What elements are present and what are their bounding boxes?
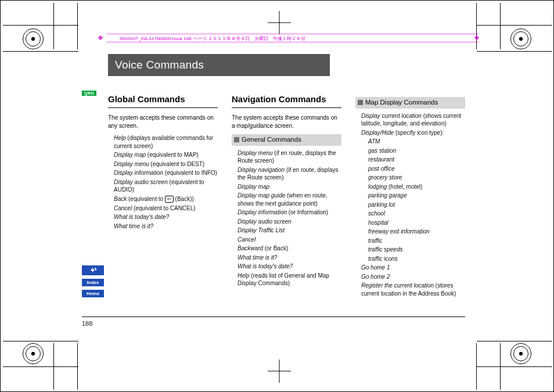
list-item: Display map (equivalent to MAP) <box>114 151 218 159</box>
crop-vline-br2 <box>500 343 501 390</box>
list-item: post office <box>368 165 465 173</box>
back-icon: ↤ <box>165 196 174 203</box>
crop-cross-bot <box>268 359 291 383</box>
list-item: Display menu (if en route, displays the … <box>238 149 341 165</box>
list-item: What time is it? <box>238 254 341 262</box>
crop-vline-tr2 <box>500 3 501 49</box>
heading-global: Global Commands <box>108 93 218 105</box>
list-item: Display audio screen (equivalent to AUDI… <box>114 178 218 194</box>
page-title-text: Voice Commands <box>115 59 204 71</box>
crop-vline-bl2 <box>77 343 78 390</box>
list-item: Display/Hide (specify icon type): <box>361 129 465 137</box>
list-item: Back (equivalent to ↤ (Back)) <box>114 195 218 203</box>
crop-ring-tr <box>510 28 531 49</box>
list-item: What time is it? <box>114 222 218 231</box>
list-item: grocery store <box>368 174 465 182</box>
list-item: Display Traffic List <box>238 226 341 235</box>
crop-hline-b2 <box>3 366 78 367</box>
heading-navigation-rule <box>232 107 341 108</box>
crop-vline-bl1 <box>53 343 54 390</box>
tab-home[interactable]: Home <box>82 290 104 297</box>
page-title: Voice Commands <box>108 54 330 76</box>
crop-ring-br <box>510 343 531 364</box>
list-item: Cancel <box>238 236 341 244</box>
crop-vline-tl2 <box>77 3 78 49</box>
subhead-mapdisplay: Map Display Commands <box>355 97 465 109</box>
list-item: Display navigation (if en route, display… <box>238 166 341 182</box>
mapdisplay-tail-list: Go home 1 Go home 2 Register the current… <box>355 264 465 297</box>
footer: 188 <box>82 320 92 327</box>
list-item: Cancel (equivalent to CANCEL) <box>114 204 218 213</box>
running-head-rule-top <box>107 34 479 34</box>
mapdisplay-list: Display current location (shows current … <box>355 112 465 137</box>
list-item: freeway exit information <box>368 228 465 236</box>
list-item: traffic speeds <box>368 246 465 254</box>
list-item: Display information (equivalent to INFO) <box>114 169 218 177</box>
icon-type-list: ATM gas station restaurant post office g… <box>355 138 465 262</box>
square-bullet-icon <box>234 137 239 142</box>
list-item: traffic <box>368 237 465 245</box>
general-list: Display menu (if en route, displays the … <box>232 149 341 287</box>
tab-index[interactable]: Index <box>82 279 104 286</box>
list-item: traffic icons <box>368 255 465 263</box>
crop-hline-b1 <box>3 341 78 341</box>
running-head-text: INSIGHT_KA-31TM8820.book 188 ページ ２０１１年８月… <box>120 36 305 41</box>
list-item: Display information (or Information) <box>238 208 341 217</box>
navigation-intro: The system accepts these commands on a m… <box>232 114 341 130</box>
global-list: Help (displays available commands for cu… <box>108 134 218 230</box>
list-item: restaurant <box>368 156 465 164</box>
list-item: ATM <box>368 138 465 146</box>
heading-global-rule <box>108 107 218 108</box>
crop-ring-bl <box>23 343 44 364</box>
list-item: Backward (or Back) <box>238 244 341 253</box>
crop-cross-top <box>268 11 291 34</box>
crop-vline-tr1 <box>476 3 477 49</box>
list-item: Go home 2 <box>361 273 465 281</box>
crop-hline-tr2 <box>477 51 552 52</box>
tab-voice-icon[interactable]: ✦ᔉ <box>82 265 104 275</box>
column-global: Global Commands The system accepts these… <box>108 93 218 299</box>
list-item: What is today's date? <box>114 213 218 221</box>
list-item: school <box>368 210 465 218</box>
global-intro: The system accepts these commands on any… <box>108 114 218 130</box>
list-item: parking lot <box>368 201 465 209</box>
side-tabs: ✦ᔉ Index Home <box>82 265 104 297</box>
crop-vline-tl1 <box>53 3 54 49</box>
column-navigation: Navigation Commands The system accepts t… <box>232 93 341 299</box>
list-item: lodging (hotel, motel) <box>368 183 465 191</box>
list-item: hospital <box>368 219 465 227</box>
list-item: Display menu (equivalent to DEST) <box>114 160 218 168</box>
ornament-left-icon: ❖ <box>98 34 103 42</box>
ornament-right-icon: ❖ <box>474 34 480 42</box>
column-mapdisplay: Map Display Commands Display current loc… <box>355 93 465 299</box>
page-number: 188 <box>82 320 92 327</box>
list-item: Go home 1 <box>361 264 465 272</box>
list-item: parking garage <box>368 192 465 200</box>
footer-rule <box>82 317 465 317</box>
list-item: Help (reads list of General and Map Disp… <box>238 272 341 287</box>
list-item: Display audio screen <box>238 218 341 226</box>
crop-hline-t2 <box>3 51 78 52</box>
crop-vline-br1 <box>476 343 477 390</box>
crop-hline-br2 <box>477 366 552 367</box>
qrg-badge: QRG <box>82 91 96 96</box>
list-item: Display current location (shows current … <box>361 112 465 128</box>
content-columns: Global Commands The system accepts these… <box>108 93 465 299</box>
heading-navigation: Navigation Commands <box>232 93 341 105</box>
running-head: ❖ INSIGHT_KA-31TM8820.book 188 ページ ２０１１年… <box>120 35 305 42</box>
list-item: Register the current location (stores cu… <box>361 282 465 297</box>
subhead-general: General Commands <box>232 134 341 146</box>
square-bullet-icon <box>358 100 363 105</box>
crop-hline-tr1 <box>477 25 552 26</box>
list-item: Help (displays available commands for cu… <box>114 134 218 150</box>
list-item: Display map guide (when en route, shows … <box>238 192 341 207</box>
list-item: What is today's date? <box>238 262 341 271</box>
crop-hline-br1 <box>477 341 552 341</box>
list-item: gas station <box>368 147 465 155</box>
crop-hline-t1 <box>3 25 78 26</box>
list-item: Display map <box>238 183 341 191</box>
running-head-rule-bot <box>107 42 479 42</box>
crop-ring-tl <box>23 28 44 49</box>
manual-page: ❖ INSIGHT_KA-31TM8820.book 188 ページ ２０１１年… <box>0 0 554 392</box>
